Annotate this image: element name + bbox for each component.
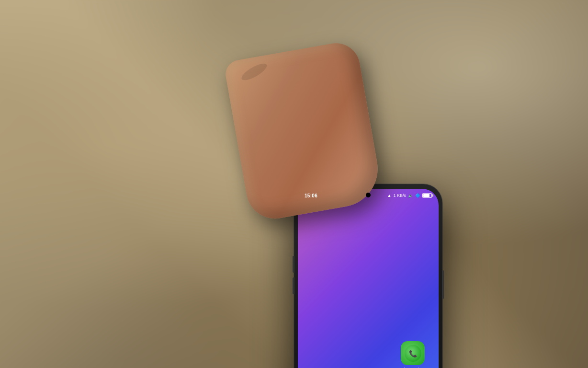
app-item-jio4gvoice[interactable]: 📞 Jio4GVoice (398, 341, 427, 368)
volume-down-button[interactable] (293, 277, 294, 294)
battery-icon (422, 193, 432, 198)
signal-icon: ▲ (387, 193, 392, 198)
app-row-top: 📞 Jio4GVoice (305, 341, 432, 368)
status-icons: ▲ 1 KB/s 🔈 🔷 (387, 193, 432, 198)
jio4gvoice-icon: 📞 (401, 341, 425, 365)
svg-text:📞: 📞 (409, 349, 418, 357)
status-time: 15:06 (305, 193, 317, 198)
speaker-icon: 🔈 (408, 193, 413, 198)
volume-up-button[interactable] (293, 256, 294, 273)
network-speed: 1 KB/s (393, 193, 406, 198)
bluetooth-icon: 🔷 (415, 193, 420, 198)
camera-punch-hole (366, 193, 371, 197)
phone-screen: 15:06 ▲ 1 KB/s 🔈 🔷 (298, 189, 439, 368)
battery-fill (423, 194, 430, 197)
app-grid: 📞 Jio4GVoice (298, 341, 439, 368)
power-button[interactable] (442, 270, 444, 299)
